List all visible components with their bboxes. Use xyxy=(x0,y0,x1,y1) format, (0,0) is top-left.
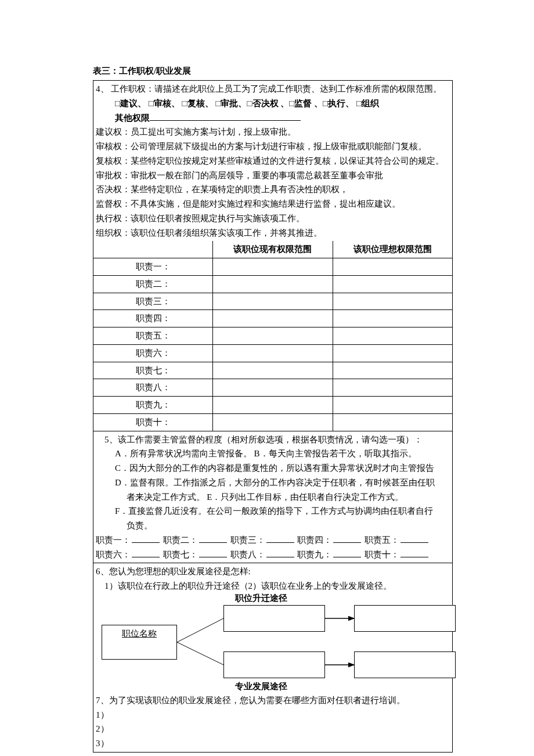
cell-ideal[interactable] xyxy=(333,327,452,345)
def-1: 审核权：公司管理层就下级提出的方案与计划进行审核，报上级审批或职能部门复核。 xyxy=(96,139,450,154)
def-6: 执行权：该职位任职者按照规定执行与实施该项工作。 xyxy=(96,211,450,226)
cell-current[interactable] xyxy=(213,258,333,276)
def-7: 组织权：该职位任职者须组织落实该项工作，并将其推进。 xyxy=(96,226,450,240)
training-2[interactable]: 2） xyxy=(96,722,450,736)
section4-checkboxes[interactable]: □建议、 □审核、 □复核、 □审批、□否决权 、□监督 、□执行、 □组织 xyxy=(115,99,379,108)
table-row: 职责二： xyxy=(93,275,453,293)
cell-current[interactable] xyxy=(213,344,333,362)
cell-current[interactable] xyxy=(213,362,333,379)
cell-ideal[interactable] xyxy=(333,293,452,310)
cell-current[interactable] xyxy=(213,327,333,345)
cell-ideal[interactable] xyxy=(333,275,452,293)
opt-ab: A．所有异常状况均需向主管报备。 B．每天向主管报告若干次，听取其指示。 xyxy=(96,447,450,461)
cell-ideal[interactable] xyxy=(333,379,452,397)
grid-corner xyxy=(93,241,213,258)
page: 表三：工作职权/职业发展 4、 工作职权：请描述在此职位上员工为了完成工作职责、… xyxy=(41,0,493,756)
section6-heading: 6、您认为您理想的职业发展途径是怎样: xyxy=(96,564,450,579)
training-3[interactable]: 3） xyxy=(96,736,450,751)
grid-head-ideal: 该职位理想权限范围 xyxy=(333,241,452,258)
def-3: 审批权：审批权一般在部门的高层领导，重要的事项需总裁甚至董事会审批 xyxy=(96,168,450,183)
cell-current[interactable] xyxy=(213,310,333,327)
table-row: 职责七： xyxy=(93,362,453,379)
cell-current[interactable] xyxy=(213,413,333,431)
section4-heading: 4、 工作职权：请描述在此职位上员工为了完成工作职责、达到工作标准所需的权限范围… xyxy=(96,82,450,96)
cell-ideal[interactable] xyxy=(333,258,452,276)
section4-other-label: 其他权限 xyxy=(115,113,150,123)
duty-line-1: 职责一： 职责二： 职责三： 职责四： 职责五： xyxy=(96,533,450,548)
opt-d2e: 者来决定工作方式。 E．只列出工作目标，由任职者自行决定工作方式。 xyxy=(96,490,450,505)
cell-current[interactable] xyxy=(213,275,333,293)
opt-f1: F．直接监督几近没有。在公司一般政策的指导下，工作方式与协调均由任职者自行 xyxy=(96,504,450,519)
def-0: 建议权：员工提出可实施方案与计划，报上级审批。 xyxy=(96,125,450,139)
table-row: 职责三： xyxy=(93,293,453,310)
table-row: 职责十： xyxy=(93,413,453,431)
career-diagram: 职位升迁途径 职位名称 xyxy=(102,596,461,689)
cell-ideal[interactable] xyxy=(333,344,452,362)
cell-current[interactable] xyxy=(213,379,333,397)
section5-block: 5、该工作需要主管监督的程度（相对所叙选项，根据各职责情况，请勾选一项）： A．… xyxy=(93,431,453,563)
opt-d1: D．监督有限。工作指派之后，大部分的工作内容决定于任职者，有时候甚至由任职 xyxy=(96,476,450,490)
cell-current[interactable] xyxy=(213,293,333,310)
section6-7-block: 6、您认为您理想的职业发展途径是怎样: 1）该职位在行政上的职位升迁途径（2）该… xyxy=(93,563,453,753)
svg-line-0 xyxy=(177,618,223,642)
table-row: 职责一： xyxy=(93,258,453,276)
grid-head-current: 该职位现有权限范围 xyxy=(213,241,333,258)
section7-heading: 7、为了实现该职位的职业发展途径，您认为需要在哪些方面对任职者进行培训。 xyxy=(96,693,450,708)
def-5: 监督权：不具体实施，但是能对实施过程和实施结果进行监督，提出相应建议。 xyxy=(96,197,450,211)
other-perm-blank[interactable] xyxy=(150,111,301,121)
table-title: 表三：工作职权/职业发展 xyxy=(93,64,453,78)
opt-c: C．因为大部分的工作的内容都是重复性的，所以遇有重大异常状况时才向主管报告 xyxy=(96,461,450,476)
table-row: 职责四： xyxy=(93,310,453,327)
cell-ideal[interactable] xyxy=(333,413,452,431)
table-row: 职责六： xyxy=(93,344,453,362)
duty-line-2: 职责六： 职责七： 职责八： 职责九： 职责十： xyxy=(96,548,450,562)
svg-line-1 xyxy=(177,642,223,665)
training-1[interactable]: 1） xyxy=(96,708,450,722)
cell-current[interactable] xyxy=(213,397,333,414)
cell-ideal[interactable] xyxy=(333,397,452,414)
diagram-bot-label: 专业发展途径 xyxy=(235,679,287,694)
table-row: 职责八： xyxy=(93,379,453,397)
def-2: 复核权：某些特定职位按规定对某些审核通过的文件进行复核，以保证其符合公司的规定。 xyxy=(96,154,450,168)
opt-f2: 负责。 xyxy=(96,519,450,533)
diagram-connectors xyxy=(102,596,461,689)
table-row: 职责九： xyxy=(93,397,453,414)
section4-block: 4、 工作职权：请描述在此职位上员工为了完成工作职责、达到工作标准所需的权限范围… xyxy=(93,81,453,242)
def-4: 否决权：某些特定职位，在某项特定的职责上具有否决性的职权， xyxy=(96,182,450,197)
cell-ideal[interactable] xyxy=(333,310,452,327)
table-row: 职责五： xyxy=(93,327,453,345)
cell-ideal[interactable] xyxy=(333,362,452,379)
main-table: 4、 工作职权：请描述在此职位上员工为了完成工作职责、达到工作标准所需的权限范围… xyxy=(93,80,453,753)
section5-heading: 5、该工作需要主管监督的程度（相对所叙选项，根据各职责情况，请勾选一项）： xyxy=(96,433,450,447)
